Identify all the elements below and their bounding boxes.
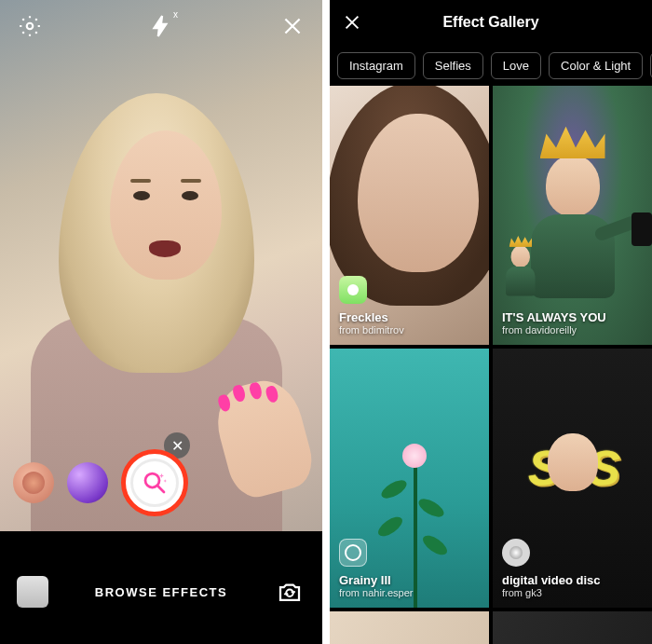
effect-tile[interactable] [493,611,652,644]
effect-title: Freckles [339,310,404,324]
effect-grid: Freckles from bdimitrov IT'S ALWAYS YOU … [330,86,652,644]
svg-point-1 [145,473,159,487]
gallery-title: Effect Gallery [442,14,538,31]
effect-author: from gk3 [502,587,600,598]
effect-thumb[interactable] [13,462,54,503]
category-chip[interactable]: Love [491,52,541,79]
svg-point-0 [27,23,34,30]
effect-gallery-screen: Effect Gallery Instagram Selfies Love Co… [330,0,652,644]
effect-title: Grainy III [339,573,413,587]
close-camera-icon[interactable] [279,13,306,39]
category-chip[interactable]: Selfies [423,52,483,79]
effect-author: from bdimitrov [339,324,404,336]
effect-carousel[interactable] [0,445,322,520]
gallery-header: Effect Gallery [330,0,652,45]
effect-title: digital video disc [502,573,600,587]
effect-tile[interactable]: SUS digital video disc from gk3 [493,349,652,608]
gallery-thumbnail[interactable] [17,576,48,608]
browse-effects-label: BROWSE EFFECTS [95,585,227,599]
effect-tile[interactable]: Grainy III from nahir.esper [330,349,489,608]
effect-badge-icon [339,539,367,567]
switch-camera-icon[interactable] [274,576,306,608]
effect-author: from davidoreilly [502,324,606,336]
category-row[interactable]: Instagram Selfies Love Color & Light Cam… [330,45,652,86]
effect-tile[interactable] [330,611,489,644]
flash-mode-label: x [173,9,178,20]
effect-title: IT'S ALWAYS YOU [502,310,606,324]
category-chip[interactable]: Instagram [337,52,415,79]
effect-badge-icon [502,539,530,567]
settings-icon[interactable] [17,13,43,39]
flash-icon[interactable]: x [148,13,174,39]
camera-screen: x ✕ [0,0,322,644]
effect-tile[interactable]: IT'S ALWAYS YOU from davidoreilly [493,86,652,345]
effect-tile[interactable]: Freckles from bdimitrov [330,86,489,345]
effect-author: from nahir.esper [339,587,413,598]
svg-line-2 [158,486,164,492]
close-gallery-icon[interactable] [339,9,365,35]
effect-thumb[interactable] [67,462,108,503]
camera-bottom-bar: BROWSE EFFECTS [0,540,322,644]
browse-effects-button[interactable] [121,449,188,516]
camera-top-controls: x [0,13,322,39]
browse-effects-icon [130,459,179,507]
effect-badge-icon [339,276,367,304]
camera-viewport: x ✕ [0,0,322,531]
category-chip[interactable]: Color & Light [549,52,643,79]
